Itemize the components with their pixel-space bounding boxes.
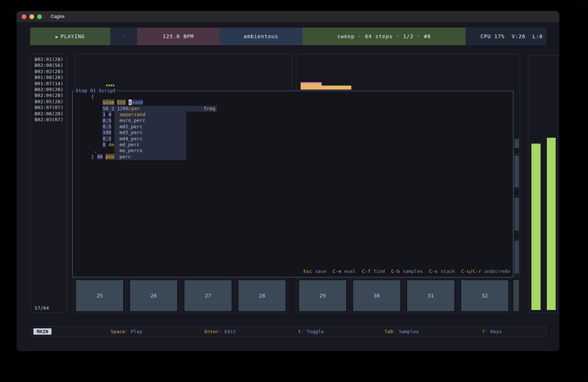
editor-keybind-help: Esc saveC-e evalC-f findC-b samplesC-s s… (303, 269, 510, 274)
step-button[interactable]: 30 (353, 280, 400, 311)
autocomplete-item[interactable]: md2_perc (114, 124, 186, 130)
autocomplete-item[interactable]: euro_perc (114, 118, 186, 123)
code-token: ound (132, 100, 143, 105)
code-token (91, 118, 103, 123)
close-window-icon[interactable] (22, 14, 26, 19)
code-token: 1 (103, 112, 105, 117)
code-token: 0.5 (103, 124, 111, 129)
status-separator: : (393, 329, 399, 334)
autocomplete-item[interactable]: md_perc (114, 142, 186, 148)
sample-list-item[interactable]: B02:03(07) (31, 117, 67, 123)
transport-playing-indicator[interactable]: ▶PLAYING (30, 28, 110, 45)
step-counter: 57/64 (35, 305, 49, 311)
code-token: sine (103, 100, 114, 105)
autocomplete-item[interactable]: md4_perc (114, 136, 186, 142)
keybind: C-u/C-r undo/redo (461, 269, 510, 274)
code-line: 50 2 1200/perfreq (91, 106, 217, 112)
autocomplete-item[interactable]: mo_percs (114, 148, 186, 154)
signature-hint: freq (203, 106, 216, 112)
signature-strip: 50 2 1200/perfreq (103, 106, 217, 112)
playing-label: PLAYING (61, 33, 85, 39)
status-label: Play (131, 329, 142, 334)
status-key: t (298, 329, 301, 334)
autocomplete-popup[interactable]: ampersandeuro_percmd2_percmd3_percmd4_pe… (114, 112, 186, 160)
play-icon: ▶ (55, 35, 58, 39)
code-token (103, 154, 105, 159)
sample-list-item[interactable]: B01:07(14) (31, 81, 67, 87)
grid-cell-sliver (514, 139, 519, 148)
sample-list-item[interactable]: B02:09(28) (31, 87, 67, 93)
step-button[interactable]: 31 (407, 280, 454, 311)
step-cell: 29 (297, 278, 349, 313)
cpu-stats-display: CPU 17% V:26 L:0 (466, 28, 546, 45)
bpm-display[interactable]: 125.0 BPM (137, 28, 219, 45)
status-label: Edit (225, 329, 236, 334)
sample-list-item[interactable]: B02:01(28) (31, 57, 67, 62)
sample-list-item[interactable]: B01:08(28) (31, 75, 67, 80)
keybind-label: save (315, 269, 326, 274)
code-token: 0.2 (103, 136, 111, 141)
sample-list-item[interactable]: B02:07(07) (31, 105, 67, 111)
step-button[interactable]: 27 (184, 280, 232, 311)
code-line: sine tri sound (91, 100, 217, 105)
step-cell: 25 (74, 278, 126, 313)
keybind-label: undo/redo (484, 269, 510, 274)
code-token: 4 (108, 112, 111, 117)
grid-cell-sliver (514, 241, 519, 274)
code-token: 40 (97, 154, 103, 159)
code-token: } (91, 154, 94, 159)
code-token: 8 (103, 142, 105, 147)
keybind-key: Esc (303, 269, 312, 274)
editor-title: Step 01 Script (75, 88, 117, 93)
step-button[interactable]: 25 (76, 280, 123, 311)
status-separator: : (485, 329, 491, 334)
status-bar: MAIN Space: PlayEnter: Editt: ToggleTab:… (30, 326, 546, 337)
autocomplete-item[interactable]: perc (114, 154, 186, 160)
status-key: ? (482, 329, 485, 334)
patch-name-display[interactable]: ambientous (219, 28, 302, 45)
sample-list-item[interactable]: B02:06(28) (31, 111, 67, 117)
code-token: tri (117, 100, 125, 105)
code-token: 100 (103, 130, 111, 135)
step-cell: 27 (182, 278, 234, 313)
step-button[interactable]: 26 (130, 280, 177, 311)
minimize-window-icon[interactable] (29, 14, 34, 19)
keybind-key: C-u/C-r (461, 269, 481, 274)
sample-list-item[interactable]: B02:02(28) (31, 69, 67, 75)
step-button[interactable]: 32 (461, 280, 508, 311)
zoom-window-icon[interactable] (37, 14, 42, 19)
sample-list-item[interactable]: B02:08(56) (31, 62, 67, 68)
sample-list-item[interactable]: B02:05(28) (31, 99, 67, 105)
status-keybind: Space: Play (111, 327, 142, 337)
status-separator: : (125, 329, 131, 334)
status-keybind: t: Toggle (298, 327, 324, 337)
status-keybind: Enter: Edit (204, 327, 236, 337)
code-token (91, 136, 103, 141)
window-title: Cagire (51, 14, 64, 19)
autocomplete-item[interactable]: md3_perc (114, 130, 186, 136)
code-token (91, 142, 103, 147)
status-label: Samples (399, 329, 419, 334)
status-key: Tab (384, 329, 393, 334)
step-cell: 32 (459, 278, 511, 313)
code-token (91, 100, 103, 105)
status-key: Space (111, 329, 125, 334)
traffic-lights (22, 14, 42, 19)
step-button[interactable]: 29 (299, 280, 346, 311)
keybind-label: samples (403, 269, 423, 274)
status-label: Keys (490, 329, 502, 334)
code-token (111, 118, 114, 123)
keybind: Esc save (303, 269, 326, 274)
sample-list-item[interactable]: B02:04(28) (31, 93, 67, 98)
code-token: 2 (111, 106, 114, 111)
autocomplete-item[interactable]: ampersand (114, 112, 186, 118)
keybind-key: C-b (391, 269, 399, 274)
status-label: Toggle (306, 329, 324, 334)
step-button[interactable]: 28 (239, 280, 286, 311)
code-token: 0.5 (103, 118, 111, 123)
mode-badge: MAIN (33, 328, 51, 335)
status-separator: : (301, 329, 307, 334)
sequence-info-display[interactable]: sweep · 64 steps · 1/2 · #8 (302, 28, 466, 45)
script-editor[interactable]: Step 01 Script { sine tri sound 50 2 120… (72, 91, 513, 277)
grid-cell-sliver (513, 280, 519, 311)
